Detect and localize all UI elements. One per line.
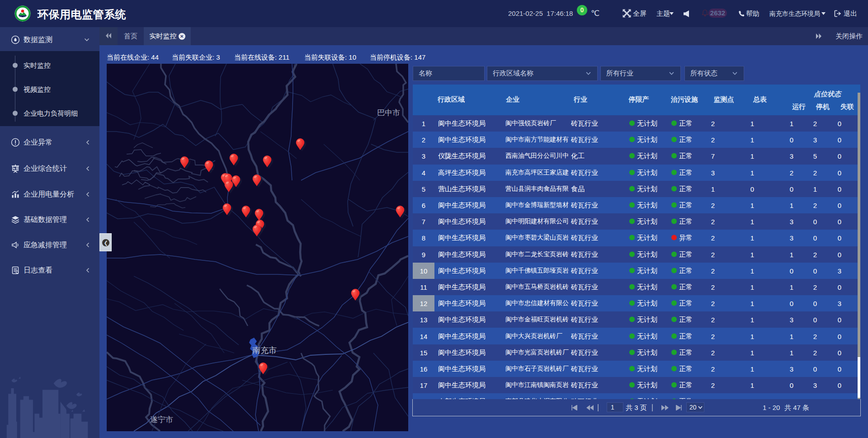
svg-text:巴中市: 巴中市	[377, 108, 400, 117]
svg-text:遂宁市: 遂宁市	[150, 415, 173, 424]
svg-text:南充市: 南充市	[252, 346, 277, 355]
